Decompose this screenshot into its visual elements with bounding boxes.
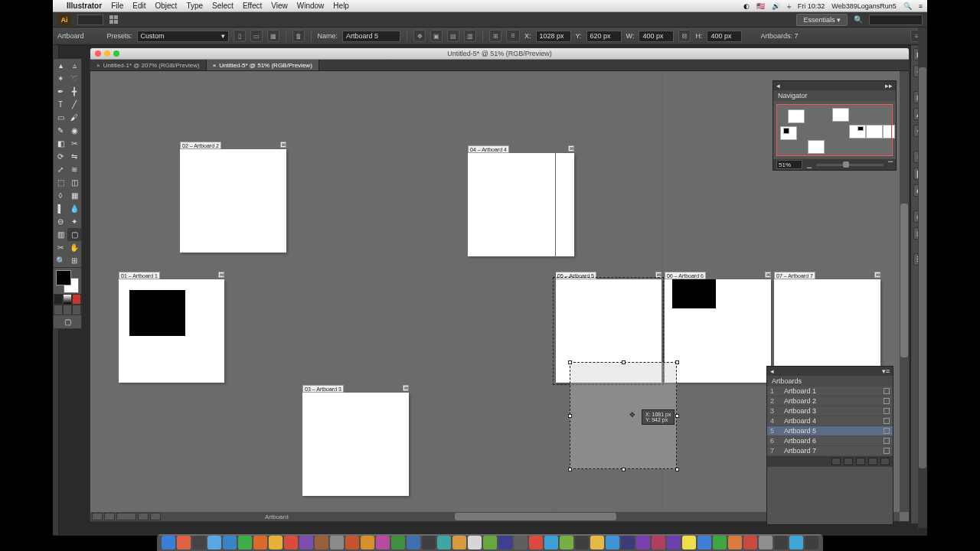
dock-app-icon[interactable]: [345, 536, 359, 549]
dock-app-icon[interactable]: [590, 536, 604, 549]
next-artboard-button[interactable]: [138, 513, 149, 520]
w-input[interactable]: [639, 31, 674, 42]
dock-app-icon[interactable]: [253, 536, 267, 549]
dock-app-icon[interactable]: [452, 536, 466, 549]
artboard-options-icon[interactable]: [884, 408, 890, 414]
window-titlebar[interactable]: Untitled-5* @ 51% (RGB/Preview): [90, 48, 909, 60]
artboard-close-icon[interactable]: ⊠: [403, 385, 409, 391]
menu-window[interactable]: Window: [297, 2, 325, 10]
panel-collapse-icon[interactable]: ◂: [776, 82, 780, 90]
mesh-tool[interactable]: ▦: [67, 189, 81, 202]
dock-app-icon[interactable]: [560, 536, 573, 549]
ai-logo-icon[interactable]: Ai: [57, 14, 71, 26]
artboard-tool[interactable]: ▢: [67, 228, 81, 241]
rotate-tool[interactable]: ⟳: [54, 150, 67, 163]
artboard-close-icon[interactable]: ⊠: [280, 142, 286, 148]
screen-mode-button[interactable]: ▢: [54, 315, 81, 328]
dock-app-icon[interactable]: [575, 536, 589, 549]
y-input[interactable]: [586, 31, 622, 42]
navigator-thumbnail[interactable]: [776, 104, 893, 156]
x-input[interactable]: [536, 31, 571, 42]
dock-app-icon[interactable]: [529, 536, 543, 549]
resize-handle[interactable]: [568, 414, 572, 418]
orient-portrait-button[interactable]: ▯: [234, 30, 246, 42]
zoom-tool[interactable]: 🔍: [54, 254, 67, 267]
dock-app-icon[interactable]: [728, 536, 742, 549]
status-sync-icon[interactable]: ◐: [743, 2, 750, 10]
graph-tool[interactable]: ▥: [54, 228, 67, 241]
gradient-mode-icon[interactable]: [63, 294, 72, 305]
document-tab[interactable]: ×Untitled-5* @ 51% (RGB/Preview): [207, 60, 319, 70]
menu-type[interactable]: Type: [186, 2, 203, 10]
dock-app-icon[interactable]: [177, 536, 191, 549]
add-anchor-tool[interactable]: ╋: [67, 85, 81, 98]
width-tool[interactable]: ≋: [67, 163, 81, 176]
dock-app-icon[interactable]: [376, 536, 390, 549]
draw-normal-icon[interactable]: [54, 305, 63, 315]
dock-app-icon[interactable]: [805, 536, 818, 549]
selection-tool[interactable]: ▴: [54, 59, 67, 72]
lasso-tool[interactable]: ➰: [67, 72, 81, 85]
pen-tool[interactable]: ✒: [54, 85, 67, 98]
menu-view[interactable]: View: [271, 2, 288, 10]
scale-tool[interactable]: ⤢: [54, 163, 67, 176]
artboard-options-icon[interactable]: [884, 428, 890, 434]
type-tool[interactable]: T: [54, 98, 67, 111]
link-wh-button[interactable]: ⛓: [678, 30, 691, 42]
artboard[interactable]: 06 – Artboard 6⊠: [665, 279, 771, 383]
orient-landscape-button[interactable]: ▭: [250, 30, 263, 42]
dock-app-icon[interactable]: [468, 536, 482, 549]
dock-app-icon[interactable]: [713, 536, 727, 549]
rectangle-tool[interactable]: ▭: [54, 111, 67, 124]
ref-point-grid[interactable]: ⠿: [506, 30, 520, 42]
first-artboard-button[interactable]: [92, 513, 103, 520]
dock-app-icon[interactable]: [483, 536, 497, 549]
nav-up-button[interactable]: [844, 458, 853, 465]
menu-select[interactable]: Select: [212, 2, 234, 10]
dock-app-icon[interactable]: [498, 536, 512, 549]
artboard-close-icon[interactable]: ⊠: [874, 272, 880, 278]
opt-c-button[interactable]: ▥: [464, 30, 476, 42]
artboard-list-row[interactable]: 2Artboard 2: [767, 396, 893, 406]
fill-stroke-swatch[interactable]: [54, 268, 81, 294]
dock-app-icon[interactable]: [299, 536, 313, 549]
artboards-tab[interactable]: Artboards: [767, 376, 806, 386]
resize-handle[interactable]: [675, 468, 679, 471]
reflect-tool[interactable]: ⇋: [67, 150, 81, 163]
panel-collapse-icon[interactable]: ◂: [770, 367, 774, 375]
h-scroll-thumb[interactable]: [455, 513, 616, 520]
blob-brush-tool[interactable]: ◉: [67, 124, 81, 137]
dock-app-icon[interactable]: [667, 536, 681, 549]
artboard[interactable]: 01 – Artboard 1⊠: [119, 279, 224, 383]
blend-tool[interactable]: ⊖: [54, 215, 67, 228]
notifications-icon[interactable]: ≡: [919, 2, 923, 10]
document-tab[interactable]: ×Untitled-1* @ 207% (RGB/Preview): [90, 60, 207, 70]
prev-artboard-button[interactable]: [104, 513, 115, 520]
artboard-close-icon[interactable]: ⊠: [765, 272, 771, 278]
opt-b-button[interactable]: ▤: [447, 30, 459, 42]
workspace-switcher[interactable]: Essentials ▾: [796, 14, 848, 26]
pencil-tool[interactable]: ✎: [54, 124, 67, 137]
dock-app-icon[interactable]: [162, 536, 175, 549]
presets-select[interactable]: Custom▾: [137, 31, 229, 42]
dock-app-icon[interactable]: [743, 536, 757, 549]
zoom-slider[interactable]: [816, 164, 884, 166]
slice-tool[interactable]: ✂: [54, 241, 67, 254]
zoom-input[interactable]: [776, 160, 802, 169]
symbol-sprayer-tool[interactable]: ✦: [67, 215, 81, 228]
new-artboard-button[interactable]: [868, 458, 877, 465]
resize-handle[interactable]: [622, 360, 626, 364]
dock-app-icon[interactable]: [207, 536, 221, 549]
draw-inside-icon[interactable]: [72, 305, 81, 315]
dock-app-icon[interactable]: [774, 536, 788, 549]
dock-app-icon[interactable]: [315, 536, 328, 549]
delete-artboard-button[interactable]: [880, 458, 890, 465]
artboard-list-row[interactable]: 3Artboard 3: [767, 406, 893, 416]
black-rectangle[interactable]: [129, 290, 185, 336]
panel-expand-icon[interactable]: ▸▸: [885, 82, 893, 90]
artboard-options-icon[interactable]: [884, 438, 890, 444]
vertical-scrollbar[interactable]: [900, 71, 909, 512]
bridge-dropdown[interactable]: [77, 15, 103, 25]
scissors-tool[interactable]: ✂: [67, 137, 81, 150]
resize-handle[interactable]: [622, 468, 626, 471]
